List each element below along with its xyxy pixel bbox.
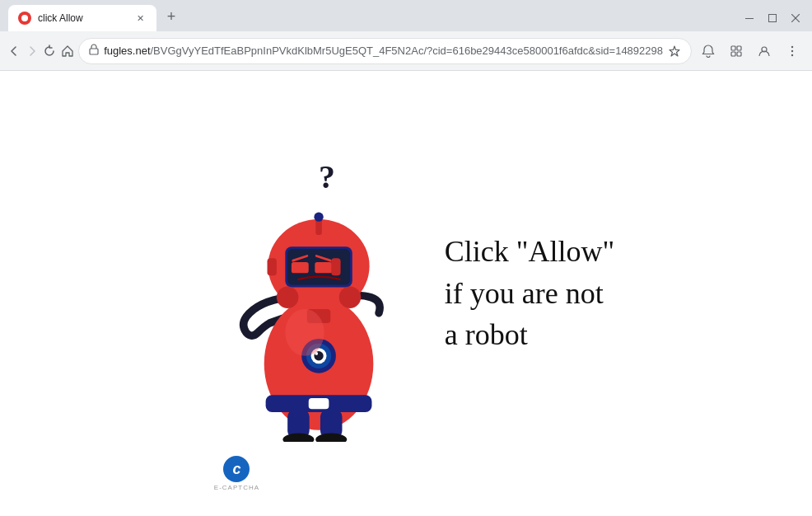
nav-bar: fugles.net/BVGgVyYEdTfEaBPpnInPVkdKlbMr5… [0,31,812,71]
svg-rect-4 [90,49,98,54]
svg-rect-20 [292,262,309,273]
svg-point-29 [277,286,299,308]
address-text: fugles.net/BVGgVyYEdTfEaBPpnInPVkdKlbMr5… [104,45,663,57]
page-content: ? [0,71,812,516]
tab-strip: click Allow ✕ + [0,5,733,31]
tab-close-button[interactable]: ✕ [133,12,147,25]
svg-rect-40 [331,258,340,275]
robot-illustration: ? [198,145,412,442]
svg-point-26 [282,434,314,442]
svg-point-28 [315,434,347,442]
captcha-c-icon: c [223,456,250,482]
browser-frame: click Allow ✕ + [0,0,812,516]
message-line2: if you are not [445,273,614,314]
nav-actions [695,38,805,64]
svg-point-38 [314,212,323,221]
svg-point-30 [338,286,361,308]
svg-rect-0 [745,18,754,19]
svg-rect-8 [737,52,741,56]
svg-point-12 [791,54,793,55]
new-tab-button[interactable]: + [160,5,183,28]
message-line3: a robot [445,314,614,355]
svg-rect-1 [769,15,777,22]
content-area: ? [165,112,647,475]
profile-icon[interactable] [751,38,777,64]
message-line1: Click "Allow" [445,231,614,272]
svg-text:?: ? [319,159,335,195]
url-domain: fugles.net [104,45,150,57]
minimize-button[interactable] [740,8,759,28]
tab-favicon [18,12,31,25]
extensions-icon[interactable] [723,38,749,64]
svg-rect-5 [731,46,735,50]
active-tab[interactable]: click Allow ✕ [8,5,156,31]
svg-point-10 [791,45,793,47]
svg-rect-6 [737,46,741,50]
svg-rect-24 [309,398,329,409]
home-button[interactable] [60,38,75,64]
svg-rect-21 [315,262,332,273]
svg-point-11 [791,49,793,51]
reload-button[interactable] [43,38,58,64]
svg-rect-7 [731,52,735,56]
notifications-icon[interactable] [695,38,721,64]
forward-button[interactable] [25,38,40,64]
captcha-message: Click "Allow" if you are not a robot [445,231,614,355]
url-path: /BVGgVyYEdTfEaBPpnInPVkdKlbMr5UgE5QT_4F5… [151,45,664,57]
robot-svg: ? [198,145,412,442]
svg-point-35 [315,352,318,355]
menu-icon[interactable] [779,38,805,64]
title-bar: click Allow ✕ + [0,0,812,31]
svg-point-36 [285,309,324,356]
captcha-label: E-CAPTCHA [214,484,259,491]
svg-rect-39 [267,258,276,275]
back-button[interactable] [7,38,21,64]
maximize-button[interactable] [763,8,782,28]
captcha-logo: c E-CAPTCHA [214,456,259,491]
star-icon[interactable] [668,45,681,58]
window-controls [733,5,812,28]
close-button[interactable] [786,8,805,28]
lock-icon [89,44,99,58]
tab-title: click Allow [38,12,127,24]
address-bar[interactable]: fugles.net/BVGgVyYEdTfEaBPpnInPVkdKlbMr5… [78,38,692,64]
